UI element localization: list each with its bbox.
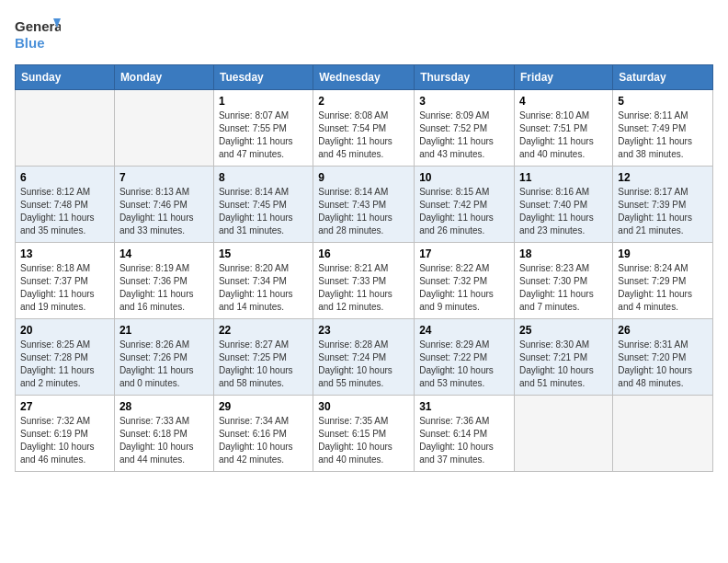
calendar-cell: 28 Sunrise: 7:33 AMSunset: 6:18 PMDaylig… — [114, 396, 213, 472]
calendar-cell: 15 Sunrise: 8:20 AMSunset: 7:34 PMDaylig… — [213, 243, 313, 319]
calendar-cell: 4 Sunrise: 8:10 AMSunset: 7:51 PMDayligh… — [515, 90, 613, 167]
calendar-cell: 25 Sunrise: 8:30 AMSunset: 7:21 PMDaylig… — [515, 319, 613, 396]
day-number: 24 — [419, 324, 509, 337]
day-info: Sunrise: 8:15 AMSunset: 7:42 PMDaylight:… — [419, 186, 509, 237]
day-info: Sunrise: 8:30 AMSunset: 7:21 PMDaylight:… — [519, 339, 608, 390]
day-number: 10 — [419, 171, 509, 184]
day-info: Sunrise: 8:26 AMSunset: 7:26 PMDaylight:… — [119, 339, 209, 390]
calendar-week-row: 20 Sunrise: 8:25 AMSunset: 7:28 PMDaylig… — [16, 319, 713, 396]
day-info: Sunrise: 8:07 AMSunset: 7:55 PMDaylight:… — [219, 109, 308, 161]
col-header-saturday: Saturday — [613, 65, 713, 90]
calendar-cell: 18 Sunrise: 8:23 AMSunset: 7:30 PMDaylig… — [515, 243, 613, 319]
day-info: Sunrise: 7:32 AMSunset: 6:19 PMDaylight:… — [20, 415, 109, 466]
day-number: 19 — [618, 247, 708, 260]
day-info: Sunrise: 8:09 AMSunset: 7:52 PMDaylight:… — [419, 109, 509, 161]
calendar-table: SundayMondayTuesdayWednesdayThursdayFrid… — [15, 64, 713, 472]
day-info: Sunrise: 8:14 AMSunset: 7:45 PMDaylight:… — [219, 186, 308, 237]
calendar-cell: 17 Sunrise: 8:22 AMSunset: 7:32 PMDaylig… — [415, 243, 515, 319]
day-info: Sunrise: 8:25 AMSunset: 7:28 PMDaylight:… — [20, 339, 109, 390]
day-number: 26 — [618, 324, 708, 337]
day-number: 7 — [119, 171, 209, 184]
calendar-cell: 9 Sunrise: 8:14 AMSunset: 7:43 PMDayligh… — [313, 167, 415, 243]
page-header: General Blue — [15, 15, 713, 55]
day-number: 22 — [219, 324, 308, 337]
col-header-friday: Friday — [515, 65, 613, 90]
col-header-wednesday: Wednesday — [313, 65, 415, 90]
calendar-cell: 14 Sunrise: 8:19 AMSunset: 7:36 PMDaylig… — [114, 243, 213, 319]
calendar-cell: 5 Sunrise: 8:11 AMSunset: 7:49 PMDayligh… — [613, 90, 713, 167]
day-info: Sunrise: 7:34 AMSunset: 6:16 PMDaylight:… — [219, 415, 308, 466]
svg-text:Blue: Blue — [15, 35, 45, 51]
logo: General Blue — [15, 15, 61, 55]
calendar-cell: 27 Sunrise: 7:32 AMSunset: 6:19 PMDaylig… — [16, 396, 115, 472]
day-number: 28 — [119, 400, 209, 413]
calendar-cell: 22 Sunrise: 8:27 AMSunset: 7:25 PMDaylig… — [213, 319, 313, 396]
col-header-monday: Monday — [114, 65, 213, 90]
day-info: Sunrise: 8:27 AMSunset: 7:25 PMDaylight:… — [219, 339, 308, 390]
calendar-cell: 26 Sunrise: 8:31 AMSunset: 7:20 PMDaylig… — [613, 319, 713, 396]
day-info: Sunrise: 8:17 AMSunset: 7:39 PMDaylight:… — [618, 186, 708, 237]
calendar-cell: 31 Sunrise: 7:36 AMSunset: 6:14 PMDaylig… — [415, 396, 515, 472]
day-info: Sunrise: 8:22 AMSunset: 7:32 PMDaylight:… — [419, 262, 509, 314]
day-info: Sunrise: 8:11 AMSunset: 7:49 PMDaylight:… — [618, 109, 708, 161]
calendar-week-row: 1 Sunrise: 8:07 AMSunset: 7:55 PMDayligh… — [16, 90, 713, 167]
calendar-cell: 19 Sunrise: 8:24 AMSunset: 7:29 PMDaylig… — [613, 243, 713, 319]
day-number: 17 — [419, 247, 509, 260]
day-number: 27 — [20, 400, 109, 413]
day-info: Sunrise: 8:19 AMSunset: 7:36 PMDaylight:… — [119, 262, 209, 314]
calendar-week-row: 27 Sunrise: 7:32 AMSunset: 6:19 PMDaylig… — [16, 396, 713, 472]
day-info: Sunrise: 8:14 AMSunset: 7:43 PMDaylight:… — [318, 186, 409, 237]
day-info: Sunrise: 8:31 AMSunset: 7:20 PMDaylight:… — [618, 339, 708, 390]
day-number: 9 — [318, 171, 409, 184]
calendar-cell: 3 Sunrise: 8:09 AMSunset: 7:52 PMDayligh… — [415, 90, 515, 167]
calendar-cell: 23 Sunrise: 8:28 AMSunset: 7:24 PMDaylig… — [313, 319, 415, 396]
calendar-cell: 11 Sunrise: 8:16 AMSunset: 7:40 PMDaylig… — [515, 167, 613, 243]
day-info: Sunrise: 8:23 AMSunset: 7:30 PMDaylight:… — [519, 262, 608, 314]
calendar-cell — [114, 90, 213, 167]
day-number: 8 — [219, 171, 308, 184]
day-number: 21 — [119, 324, 209, 337]
calendar-cell: 12 Sunrise: 8:17 AMSunset: 7:39 PMDaylig… — [613, 167, 713, 243]
calendar-cell: 29 Sunrise: 7:34 AMSunset: 6:16 PMDaylig… — [213, 396, 313, 472]
day-number: 18 — [519, 247, 608, 260]
calendar-week-row: 13 Sunrise: 8:18 AMSunset: 7:37 PMDaylig… — [16, 243, 713, 319]
day-info: Sunrise: 8:13 AMSunset: 7:46 PMDaylight:… — [119, 186, 209, 237]
day-number: 20 — [20, 324, 109, 337]
calendar-cell — [613, 396, 713, 472]
calendar-cell: 20 Sunrise: 8:25 AMSunset: 7:28 PMDaylig… — [16, 319, 115, 396]
day-info: Sunrise: 8:24 AMSunset: 7:29 PMDaylight:… — [618, 262, 708, 314]
day-number: 29 — [219, 400, 308, 413]
day-number: 5 — [618, 95, 708, 108]
day-info: Sunrise: 7:35 AMSunset: 6:15 PMDaylight:… — [318, 415, 409, 466]
day-info: Sunrise: 7:33 AMSunset: 6:18 PMDaylight:… — [119, 415, 209, 466]
calendar-week-row: 6 Sunrise: 8:12 AMSunset: 7:48 PMDayligh… — [16, 167, 713, 243]
day-number: 23 — [318, 324, 409, 337]
calendar-cell — [515, 396, 613, 472]
day-number: 4 — [519, 95, 608, 108]
logo-svg: General Blue — [15, 15, 61, 55]
day-number: 2 — [318, 95, 409, 108]
calendar-header-row: SundayMondayTuesdayWednesdayThursdayFrid… — [16, 65, 713, 90]
day-info: Sunrise: 8:16 AMSunset: 7:40 PMDaylight:… — [519, 186, 608, 237]
day-number: 11 — [519, 171, 608, 184]
calendar-cell: 10 Sunrise: 8:15 AMSunset: 7:42 PMDaylig… — [415, 167, 515, 243]
calendar-cell: 6 Sunrise: 8:12 AMSunset: 7:48 PMDayligh… — [16, 167, 115, 243]
calendar-cell: 24 Sunrise: 8:29 AMSunset: 7:22 PMDaylig… — [415, 319, 515, 396]
calendar-cell: 13 Sunrise: 8:18 AMSunset: 7:37 PMDaylig… — [16, 243, 115, 319]
day-info: Sunrise: 8:20 AMSunset: 7:34 PMDaylight:… — [219, 262, 308, 314]
day-number: 25 — [519, 324, 608, 337]
day-info: Sunrise: 8:18 AMSunset: 7:37 PMDaylight:… — [20, 262, 109, 314]
day-number: 30 — [318, 400, 409, 413]
day-info: Sunrise: 8:08 AMSunset: 7:54 PMDaylight:… — [318, 109, 409, 161]
day-number: 16 — [318, 247, 409, 260]
col-header-tuesday: Tuesday — [213, 65, 313, 90]
calendar-cell — [16, 90, 115, 167]
calendar-cell: 7 Sunrise: 8:13 AMSunset: 7:46 PMDayligh… — [114, 167, 213, 243]
day-info: Sunrise: 8:29 AMSunset: 7:22 PMDaylight:… — [419, 339, 509, 390]
calendar-cell: 16 Sunrise: 8:21 AMSunset: 7:33 PMDaylig… — [313, 243, 415, 319]
day-number: 31 — [419, 400, 509, 413]
day-info: Sunrise: 8:21 AMSunset: 7:33 PMDaylight:… — [318, 262, 409, 314]
col-header-thursday: Thursday — [415, 65, 515, 90]
day-number: 13 — [20, 247, 109, 260]
day-info: Sunrise: 8:10 AMSunset: 7:51 PMDaylight:… — [519, 109, 608, 161]
